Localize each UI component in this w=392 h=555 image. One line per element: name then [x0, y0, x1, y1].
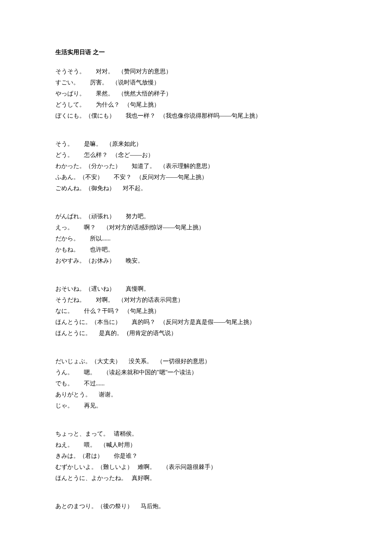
- phrase-entry: あとのまつり。（後の祭り） 马后炮。: [55, 502, 337, 511]
- phrase-entry: なに。 什么？干吗？ （句尾上挑）: [55, 306, 337, 315]
- phrase-group: だいじょぶ。（大丈夫） 没关系。 （一切很好的意思） うん。 嗯。 （读起来就和…: [55, 357, 337, 410]
- phrase-group: おそいね。（遅いね） 真慢啊。 そうだね。 对啊。 （对对方的话表示同意） なに…: [55, 284, 337, 338]
- phrase-group: そう。 是嘛。 （原来如此） どう。 怎么样？ （念ど——お） わかった。（分か…: [55, 139, 337, 193]
- phrase-entry: だいじょぶ。（大丈夫） 没关系。 （一切很好的意思）: [55, 357, 337, 366]
- phrase-entry: じゃ。 再见。: [55, 401, 337, 410]
- phrase-group: ちょっと、まって。 请稍侯。 ねえ。 喂。 （喊人时用） きみは。（君は） 你是…: [55, 429, 337, 483]
- phrase-entry: おそいね。（遅いね） 真慢啊。: [55, 284, 337, 293]
- phrase-entry: ぼくにも。（僕にも） 我也一样？ （我也像你说得那样吗——句尾上挑）: [55, 111, 337, 120]
- phrase-entry: ふあん。（不安） 不安？ （反问对方——句尾上挑）: [55, 173, 337, 182]
- phrase-group: がんばれ。（頑張れ） 努力吧。 えっ。 啊？ （对对方的话感到惊讶——句尾上挑）…: [55, 212, 337, 265]
- phrase-entry: やっぱり。 果然。 （恍然大悟的样子）: [55, 89, 337, 98]
- phrase-entry: どう。 怎么样？ （念ど——お）: [55, 150, 337, 159]
- phrase-entry: きみは。（君は） 你是谁？: [55, 451, 337, 460]
- phrase-entry: だから。 所以......: [55, 234, 337, 243]
- phrase-entry: むずかしいよ。（難しいよ） 难啊。 （表示问题很棘手）: [55, 462, 337, 471]
- phrase-entry: がんばれ。（頑張れ） 努力吧。: [55, 212, 337, 221]
- phrase-group: あとのまつり。（後の祭り） 马后炮。: [55, 502, 337, 511]
- phrase-entry: ちょっと、まって。 请稍侯。: [55, 429, 337, 438]
- phrase-entry: そう。 是嘛。 （原来如此）: [55, 139, 337, 148]
- phrase-entry: ねえ。 喂。 （喊人时用）: [55, 440, 337, 449]
- phrase-entry: わかった。（分かった） 知道了。 （表示理解的意思）: [55, 162, 337, 171]
- phrase-entry: かもね。 也许吧。: [55, 245, 337, 254]
- phrase-entry: ほんとうに。（本当に） 真的吗？ （反问对方是真是假——句尾上挑）: [55, 318, 337, 327]
- phrase-entry: うん。 嗯。 （读起来就和中国的"嗯"一个读法）: [55, 368, 337, 377]
- phrase-entry: ありがとう。 谢谢。: [55, 390, 337, 399]
- phrase-entry: ほんとうに。 是真的。 (用肯定的语气说）: [55, 329, 337, 338]
- phrase-entry: ほんとうに、よかったね。 真好啊。: [55, 474, 337, 483]
- phrase-entry: えっ。 啊？ （对对方的话感到惊讶——句尾上挑）: [55, 223, 337, 232]
- phrase-entry: ごめんね。（御免ね） 对不起。: [55, 184, 337, 193]
- phrase-entry: そうそう。 对对。 （赞同对方的意思）: [55, 67, 337, 76]
- phrase-entry: どうして。 为什么？ （句尾上挑）: [55, 100, 337, 109]
- phrase-entry: でも。 不过......: [55, 379, 337, 388]
- phrase-entry: おやすみ。（お休み） 晚安。: [55, 256, 337, 265]
- phrase-entry: そうだね。 对啊。 （对对方的话表示同意）: [55, 295, 337, 304]
- phrase-group: そうそう。 对对。 （赞同对方的意思） すごい。 厉害。 （说时语气放慢） やっ…: [55, 67, 337, 120]
- phrase-entry: すごい。 厉害。 （说时语气放慢）: [55, 78, 337, 87]
- document-title: 生活实用日语 之一: [55, 48, 337, 57]
